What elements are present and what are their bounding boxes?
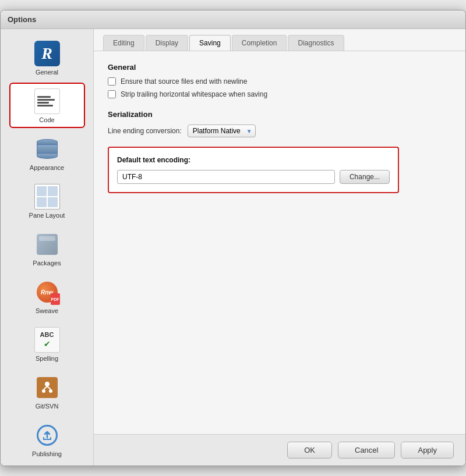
svg-point-1	[42, 389, 45, 393]
sidebar-label-code: Code	[39, 116, 54, 123]
svg-point-0	[45, 382, 50, 386]
encoding-row: Change...	[117, 170, 390, 184]
sidebar-item-general[interactable]: R General	[9, 35, 85, 80]
tab-completion[interactable]: Completion	[232, 35, 287, 51]
sidebar-label-sweave: Sweave	[36, 307, 58, 314]
line-ending-label: Line ending conversion:	[108, 127, 182, 135]
sidebar-item-publishing[interactable]: Publishing	[9, 417, 85, 462]
sidebar-item-sweave[interactable]: Rnw PDF Sweave	[9, 273, 85, 319]
appearance-icon	[33, 135, 61, 163]
apply-button[interactable]: Apply	[401, 442, 454, 459]
sidebar: R General Code	[1, 29, 94, 466]
sidebar-item-pane-layout[interactable]: Pane Layout	[9, 178, 85, 223]
ensure-newline-checkbox[interactable]	[108, 77, 116, 86]
sidebar-item-code[interactable]: Code	[9, 83, 85, 128]
packages-icon	[33, 230, 61, 258]
cancel-button[interactable]: Cancel	[338, 442, 395, 459]
pane-layout-icon	[33, 183, 61, 211]
line-ending-select-wrapper: Platform Native	[188, 125, 256, 137]
title-bar: Options	[1, 10, 465, 29]
encoding-highlighted-box: Default text encoding: Change...	[108, 147, 399, 193]
main-content: Editing Display Saving Completion Diagno…	[94, 29, 465, 466]
strip-whitespace-label: Strip trailing horizontal whitespace whe…	[121, 90, 267, 98]
sidebar-item-gitsvn[interactable]: Git/SVN	[9, 369, 85, 414]
sidebar-label-general: General	[36, 69, 58, 76]
sidebar-label-publishing: Publishing	[32, 450, 62, 457]
sweave-icon: Rnw PDF	[33, 278, 61, 306]
line-ending-row: Line ending conversion: Platform Native	[108, 125, 451, 137]
ensure-newline-label: Ensure that source files end with newlin…	[121, 77, 247, 86]
content-area: General Ensure that source files end wit…	[94, 51, 465, 434]
publishing-icon	[33, 421, 61, 449]
tab-editing[interactable]: Editing	[103, 35, 144, 51]
tab-saving[interactable]: Saving	[189, 35, 231, 51]
tab-diagnostics[interactable]: Diagnostics	[288, 35, 344, 51]
ok-button[interactable]: OK	[287, 442, 332, 459]
general-section-title: General	[108, 63, 451, 72]
footer: OK Cancel Apply	[94, 434, 465, 466]
encoding-input[interactable]	[117, 170, 335, 184]
strip-whitespace-checkbox[interactable]	[108, 90, 116, 98]
window-title: Options	[8, 15, 36, 24]
svg-point-2	[49, 389, 52, 393]
checkbox-row-whitespace: Strip trailing horizontal whitespace whe…	[108, 90, 451, 98]
sidebar-label-appearance: Appearance	[30, 164, 64, 171]
sidebar-label-gitsvn: Git/SVN	[36, 403, 59, 410]
svg-line-4	[47, 386, 51, 389]
gitsvn-icon	[33, 374, 61, 402]
r-icon: R	[33, 40, 61, 68]
default-encoding-label: Default text encoding:	[117, 156, 390, 164]
svg-line-3	[44, 386, 47, 389]
tab-display[interactable]: Display	[146, 35, 188, 51]
code-icon	[33, 87, 61, 115]
sidebar-label-pane-layout: Pane Layout	[29, 212, 65, 219]
spelling-icon: ABC ✔	[33, 326, 61, 354]
sidebar-item-spelling[interactable]: ABC ✔ Spelling	[9, 321, 85, 367]
line-ending-select[interactable]: Platform Native	[188, 125, 256, 137]
sidebar-item-packages[interactable]: Packages	[9, 226, 85, 271]
serialization-section-title: Serialization	[108, 110, 451, 119]
options-window: Options R General	[0, 10, 466, 466]
change-button[interactable]: Change...	[340, 170, 390, 184]
tabs-bar: Editing Display Saving Completion Diagno…	[94, 29, 465, 51]
sidebar-item-appearance[interactable]: Appearance	[9, 130, 85, 176]
checkbox-row-newline: Ensure that source files end with newlin…	[108, 77, 451, 86]
sidebar-label-spelling: Spelling	[36, 355, 58, 362]
sidebar-label-packages: Packages	[33, 260, 61, 267]
